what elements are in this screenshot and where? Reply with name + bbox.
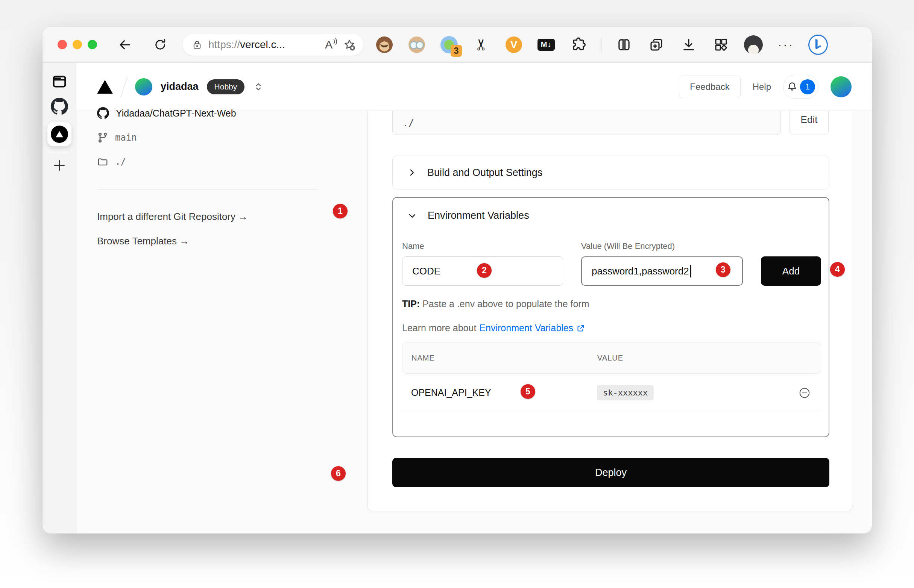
- extension-icons: 3 ✂ V M↓ ···: [375, 35, 828, 55]
- help-link[interactable]: Help: [753, 82, 771, 92]
- browse-templates-link[interactable]: Browse Templates →: [97, 235, 189, 247]
- root-directory-row: ./ Edit: [392, 111, 828, 135]
- refresh-icon: [154, 38, 167, 52]
- persona-extension-icon[interactable]: [407, 35, 427, 55]
- annotation-badge-6: 6: [331, 466, 346, 481]
- browser-side-rail: [42, 63, 76, 533]
- repo-row: Yidadaa/ChatGPT-Next-Web: [97, 107, 236, 119]
- github-icon: [51, 98, 68, 115]
- notification-count-badge: 1: [800, 79, 815, 94]
- add-rail-item-button[interactable]: [50, 157, 68, 174]
- edit-button[interactable]: Edit: [789, 111, 828, 135]
- split-screen-button[interactable]: [614, 35, 634, 55]
- learn-more-prefix: Learn more about: [402, 323, 476, 333]
- refresh-button[interactable]: [152, 37, 168, 53]
- back-arrow-icon: [118, 37, 132, 52]
- annotation-badge-2: 2: [477, 263, 492, 278]
- folder-icon: [97, 156, 108, 167]
- scissors-extension-icon[interactable]: ✂: [472, 35, 491, 55]
- branch-name: main: [115, 132, 137, 143]
- import-different-repo-link[interactable]: Import a different Git Repository →: [97, 211, 248, 223]
- root-dir-row: ./: [97, 156, 126, 167]
- vercel-rail-item-active[interactable]: [47, 122, 71, 146]
- annotation-badge-4: 4: [830, 262, 845, 277]
- annotation-badge-3: 3: [716, 262, 730, 277]
- env-table-header-value: VALUE: [597, 354, 623, 362]
- plan-badge: Hobby: [207, 79, 245, 94]
- environment-variables-link[interactable]: Environment Variables: [479, 323, 573, 333]
- minimize-window-button[interactable]: [73, 40, 82, 49]
- address-bar[interactable]: https://vercel.c... A: [183, 34, 363, 56]
- env-tip-bold: TIP:: [402, 299, 420, 309]
- bell-icon: [786, 81, 798, 92]
- build-output-settings-section[interactable]: Build and Output Settings: [392, 156, 829, 189]
- vercel-page: yidadaa Hobby Feedback Help 1: [76, 63, 872, 533]
- apps-grid-button[interactable]: [711, 35, 731, 55]
- env-value-value: password1,password2: [592, 265, 689, 277]
- root-directory-input[interactable]: ./: [392, 111, 781, 135]
- env-table-row: OPENAI_API_KEY sk-xxxxxx: [402, 374, 821, 412]
- github-icon: [97, 107, 109, 119]
- import-link-label: Import a different Git Repository →: [97, 211, 248, 222]
- more-dots-icon: ···: [778, 37, 794, 52]
- text-cursor: [690, 265, 691, 278]
- external-link-icon[interactable]: [576, 324, 585, 333]
- page-body: Yidadaa/ChatGPT-Next-Web main ./ Import …: [76, 111, 872, 533]
- chevron-down-icon: [408, 211, 417, 221]
- sphere-extension-icon[interactable]: 3: [439, 35, 459, 55]
- env-name-value: CODE: [412, 265, 440, 277]
- env-name-label: Name: [402, 241, 424, 251]
- remove-env-var-button[interactable]: [799, 387, 810, 399]
- github-rail-item[interactable]: [50, 97, 68, 115]
- url-text: https://vercel.c...: [209, 39, 325, 51]
- close-window-button[interactable]: [58, 40, 67, 49]
- env-value-label: Value (Will Be Encrypted): [581, 241, 675, 251]
- browser-content: yidadaa Hobby Feedback Help 1: [42, 63, 872, 533]
- edit-button-label: Edit: [801, 114, 818, 126]
- team-avatar: [135, 78, 152, 95]
- read-aloud-button[interactable]: A: [325, 38, 338, 51]
- profile-avatar[interactable]: [744, 35, 763, 55]
- vercel-header: yidadaa Hobby Feedback Help 1: [76, 63, 872, 111]
- extensions-puzzle-icon[interactable]: [569, 35, 588, 55]
- zoom-window-button[interactable]: [87, 40, 97, 49]
- env-learn-more: Learn more about Environment Variables: [402, 323, 585, 333]
- bing-chat-button[interactable]: [808, 35, 828, 55]
- monkey-extension-icon[interactable]: [375, 35, 394, 55]
- minus-circle-icon: [799, 387, 810, 399]
- add-button[interactable]: Add: [761, 257, 821, 286]
- env-tip: TIP: Paste a .env above to populate the …: [402, 299, 589, 309]
- notifications-button[interactable]: 1: [783, 75, 819, 99]
- env-row-name: OPENAI_API_KEY: [411, 387, 597, 398]
- repo-name: Yidadaa/ChatGPT-Next-Web: [116, 108, 236, 119]
- deploy-button[interactable]: Deploy: [392, 458, 829, 487]
- env-table-header-name: NAME: [411, 354, 597, 362]
- team-switcher-chevrons-icon[interactable]: [253, 81, 264, 93]
- build-output-settings-title: Build and Output Settings: [427, 167, 542, 179]
- v-extension-icon[interactable]: V: [504, 35, 524, 55]
- toolbar-divider: [601, 37, 602, 53]
- team-name: yidadaa: [160, 81, 199, 92]
- user-avatar[interactable]: [830, 76, 852, 97]
- env-tip-rest: Paste a .env above to populate the form: [420, 299, 589, 309]
- env-row-value-chip: sk-xxxxxx: [597, 385, 654, 401]
- environment-variables-header[interactable]: Environment Variables: [408, 210, 529, 221]
- downloads-button[interactable]: [679, 35, 699, 55]
- vercel-logo-icon[interactable]: [97, 79, 113, 94]
- back-button[interactable]: [116, 37, 133, 53]
- collections-button[interactable]: [647, 35, 666, 55]
- branch-row: main: [97, 132, 137, 143]
- add-favorite-icon[interactable]: [343, 38, 356, 51]
- markdown-extension-icon[interactable]: M↓: [536, 35, 556, 55]
- url-scheme: https://: [209, 39, 240, 50]
- extension-count-badge: 3: [451, 45, 462, 57]
- environment-variables-section: Environment Variables Name Value (Will B…: [392, 197, 829, 437]
- browse-link-label: Browse Templates →: [97, 235, 189, 247]
- feedback-button[interactable]: Feedback: [679, 76, 740, 98]
- more-menu-button[interactable]: ···: [776, 35, 796, 55]
- header-breadcrumb: yidadaa Hobby: [97, 76, 264, 98]
- sidebar-panel-button[interactable]: [50, 73, 68, 90]
- configure-project-card: ./ Edit Build and Output Settings Enviro…: [367, 111, 852, 511]
- annotation-badge-1: 1: [333, 204, 348, 218]
- read-aloud-label: A: [325, 38, 333, 51]
